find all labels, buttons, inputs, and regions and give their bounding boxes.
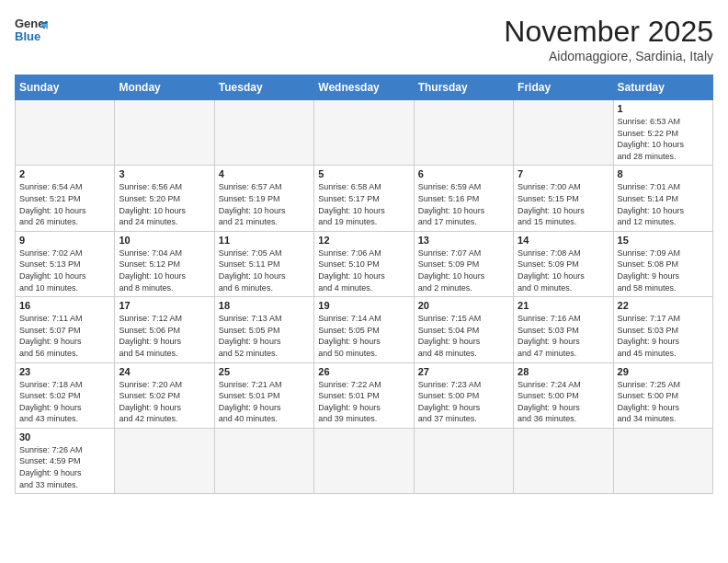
day-info: Sunrise: 7:09 AM Sunset: 5:08 PM Dayligh… xyxy=(618,247,709,293)
calendar-cell: 24Sunrise: 7:20 AM Sunset: 5:02 PM Dayli… xyxy=(115,362,214,428)
day-info: Sunrise: 6:57 AM Sunset: 5:19 PM Dayligh… xyxy=(219,181,310,227)
calendar-cell xyxy=(115,100,214,166)
calendar-cell xyxy=(414,100,513,166)
calendar-cell: 29Sunrise: 7:25 AM Sunset: 5:00 PM Dayli… xyxy=(613,362,712,428)
calendar-cell: 8Sunrise: 7:01 AM Sunset: 5:14 PM Daylig… xyxy=(613,166,712,231)
calendar-cell xyxy=(115,428,214,493)
day-info: Sunrise: 7:04 AM Sunset: 5:12 PM Dayligh… xyxy=(119,247,210,293)
calendar-cell xyxy=(314,428,414,493)
day-info: Sunrise: 7:24 AM Sunset: 5:00 PM Dayligh… xyxy=(518,379,609,425)
day-number: 29 xyxy=(618,366,709,377)
calendar-cell: 21Sunrise: 7:16 AM Sunset: 5:03 PM Dayli… xyxy=(514,297,613,362)
day-info: Sunrise: 7:15 AM Sunset: 5:04 PM Dayligh… xyxy=(418,313,509,359)
calendar-cell: 22Sunrise: 7:17 AM Sunset: 5:03 PM Dayli… xyxy=(613,297,712,362)
column-header-saturday: Saturday xyxy=(613,75,712,100)
day-info: Sunrise: 7:20 AM Sunset: 5:02 PM Dayligh… xyxy=(119,379,210,425)
calendar-week-row: 1Sunrise: 6:53 AM Sunset: 5:22 PM Daylig… xyxy=(16,100,713,166)
day-info: Sunrise: 7:25 AM Sunset: 5:00 PM Dayligh… xyxy=(618,379,709,425)
day-info: Sunrise: 6:54 AM Sunset: 5:21 PM Dayligh… xyxy=(19,181,110,227)
calendar-cell: 28Sunrise: 7:24 AM Sunset: 5:00 PM Dayli… xyxy=(514,362,613,428)
day-number: 27 xyxy=(418,366,509,377)
column-header-tuesday: Tuesday xyxy=(214,75,313,100)
calendar-cell: 6Sunrise: 6:59 AM Sunset: 5:16 PM Daylig… xyxy=(414,166,513,231)
calendar-cell: 18Sunrise: 7:13 AM Sunset: 5:05 PM Dayli… xyxy=(214,297,313,362)
column-header-wednesday: Wednesday xyxy=(314,75,414,100)
day-info: Sunrise: 7:17 AM Sunset: 5:03 PM Dayligh… xyxy=(618,313,709,359)
day-info: Sunrise: 7:18 AM Sunset: 5:02 PM Dayligh… xyxy=(19,379,110,425)
calendar-cell: 20Sunrise: 7:15 AM Sunset: 5:04 PM Dayli… xyxy=(414,297,513,362)
column-header-sunday: Sunday xyxy=(16,75,115,100)
calendar-cell xyxy=(613,428,712,493)
day-info: Sunrise: 7:21 AM Sunset: 5:01 PM Dayligh… xyxy=(219,379,310,425)
column-header-thursday: Thursday xyxy=(414,75,513,100)
calendar-cell xyxy=(214,428,313,493)
calendar-cell: 23Sunrise: 7:18 AM Sunset: 5:02 PM Dayli… xyxy=(16,362,115,428)
calendar-cell xyxy=(214,100,313,166)
day-number: 2 xyxy=(19,168,110,179)
calendar-week-row: 16Sunrise: 7:11 AM Sunset: 5:07 PM Dayli… xyxy=(16,297,713,362)
day-info: Sunrise: 7:13 AM Sunset: 5:05 PM Dayligh… xyxy=(219,313,310,359)
logo: General Blue xyxy=(15,15,48,48)
day-number: 5 xyxy=(318,168,409,179)
day-number: 10 xyxy=(119,235,210,246)
day-info: Sunrise: 7:16 AM Sunset: 5:03 PM Dayligh… xyxy=(518,313,609,359)
location: Aidomaggiore, Sardinia, Italy xyxy=(504,49,713,63)
calendar-cell: 5Sunrise: 6:58 AM Sunset: 5:17 PM Daylig… xyxy=(314,166,414,231)
day-info: Sunrise: 7:01 AM Sunset: 5:14 PM Dayligh… xyxy=(618,181,709,227)
day-number: 14 xyxy=(518,235,609,246)
column-header-monday: Monday xyxy=(115,75,214,100)
day-number: 19 xyxy=(318,300,409,311)
calendar-cell: 11Sunrise: 7:05 AM Sunset: 5:11 PM Dayli… xyxy=(214,231,313,296)
calendar-cell: 7Sunrise: 7:00 AM Sunset: 5:15 PM Daylig… xyxy=(514,166,613,231)
day-number: 26 xyxy=(318,366,409,377)
day-number: 28 xyxy=(518,366,609,377)
calendar-week-row: 2Sunrise: 6:54 AM Sunset: 5:21 PM Daylig… xyxy=(16,166,713,231)
day-number: 4 xyxy=(219,168,310,179)
calendar-cell xyxy=(16,100,115,166)
day-info: Sunrise: 6:58 AM Sunset: 5:17 PM Dayligh… xyxy=(318,181,409,227)
calendar-cell: 17Sunrise: 7:12 AM Sunset: 5:06 PM Dayli… xyxy=(115,297,214,362)
calendar-week-row: 30Sunrise: 7:26 AM Sunset: 4:59 PM Dayli… xyxy=(16,428,713,493)
calendar-cell: 1Sunrise: 6:53 AM Sunset: 5:22 PM Daylig… xyxy=(613,100,712,166)
day-info: Sunrise: 6:53 AM Sunset: 5:22 PM Dayligh… xyxy=(618,116,709,162)
calendar-cell: 15Sunrise: 7:09 AM Sunset: 5:08 PM Dayli… xyxy=(613,231,712,296)
day-number: 13 xyxy=(418,235,509,246)
title-block: November 2025 Aidomaggiore, Sardinia, It… xyxy=(504,15,713,63)
page-header: General Blue November 2025 Aidomaggiore,… xyxy=(15,15,713,63)
day-number: 9 xyxy=(19,235,110,246)
day-info: Sunrise: 7:08 AM Sunset: 5:09 PM Dayligh… xyxy=(518,247,609,293)
calendar-cell: 2Sunrise: 6:54 AM Sunset: 5:21 PM Daylig… xyxy=(16,166,115,231)
day-info: Sunrise: 7:06 AM Sunset: 5:10 PM Dayligh… xyxy=(318,247,409,293)
calendar-cell: 9Sunrise: 7:02 AM Sunset: 5:13 PM Daylig… xyxy=(16,231,115,296)
day-number: 1 xyxy=(618,103,709,114)
day-info: Sunrise: 6:56 AM Sunset: 5:20 PM Dayligh… xyxy=(119,181,210,227)
day-info: Sunrise: 7:05 AM Sunset: 5:11 PM Dayligh… xyxy=(219,247,310,293)
calendar-cell: 30Sunrise: 7:26 AM Sunset: 4:59 PM Dayli… xyxy=(16,428,115,493)
calendar-cell: 13Sunrise: 7:07 AM Sunset: 5:09 PM Dayli… xyxy=(414,231,513,296)
day-number: 24 xyxy=(119,366,210,377)
calendar: SundayMondayTuesdayWednesdayThursdayFrid… xyxy=(15,75,713,494)
calendar-cell: 27Sunrise: 7:23 AM Sunset: 5:00 PM Dayli… xyxy=(414,362,513,428)
calendar-week-row: 23Sunrise: 7:18 AM Sunset: 5:02 PM Dayli… xyxy=(16,362,713,428)
day-info: Sunrise: 7:23 AM Sunset: 5:00 PM Dayligh… xyxy=(418,379,509,425)
day-number: 22 xyxy=(618,300,709,311)
calendar-cell: 26Sunrise: 7:22 AM Sunset: 5:01 PM Dayli… xyxy=(314,362,414,428)
month-title: November 2025 xyxy=(504,15,713,49)
calendar-cell: 25Sunrise: 7:21 AM Sunset: 5:01 PM Dayli… xyxy=(214,362,313,428)
calendar-cell: 4Sunrise: 6:57 AM Sunset: 5:19 PM Daylig… xyxy=(214,166,313,231)
day-info: Sunrise: 7:14 AM Sunset: 5:05 PM Dayligh… xyxy=(318,313,409,359)
day-number: 30 xyxy=(19,431,110,442)
calendar-cell: 14Sunrise: 7:08 AM Sunset: 5:09 PM Dayli… xyxy=(514,231,613,296)
day-info: Sunrise: 7:07 AM Sunset: 5:09 PM Dayligh… xyxy=(418,247,509,293)
day-info: Sunrise: 7:11 AM Sunset: 5:07 PM Dayligh… xyxy=(19,313,110,359)
day-number: 12 xyxy=(318,235,409,246)
day-number: 15 xyxy=(618,235,709,246)
calendar-cell: 12Sunrise: 7:06 AM Sunset: 5:10 PM Dayli… xyxy=(314,231,414,296)
calendar-header-row: SundayMondayTuesdayWednesdayThursdayFrid… xyxy=(16,75,713,100)
day-info: Sunrise: 7:22 AM Sunset: 5:01 PM Dayligh… xyxy=(318,379,409,425)
calendar-cell xyxy=(514,100,613,166)
logo-icon: General Blue xyxy=(15,15,48,48)
day-info: Sunrise: 7:12 AM Sunset: 5:06 PM Dayligh… xyxy=(119,313,210,359)
calendar-cell: 3Sunrise: 6:56 AM Sunset: 5:20 PM Daylig… xyxy=(115,166,214,231)
calendar-cell xyxy=(314,100,414,166)
